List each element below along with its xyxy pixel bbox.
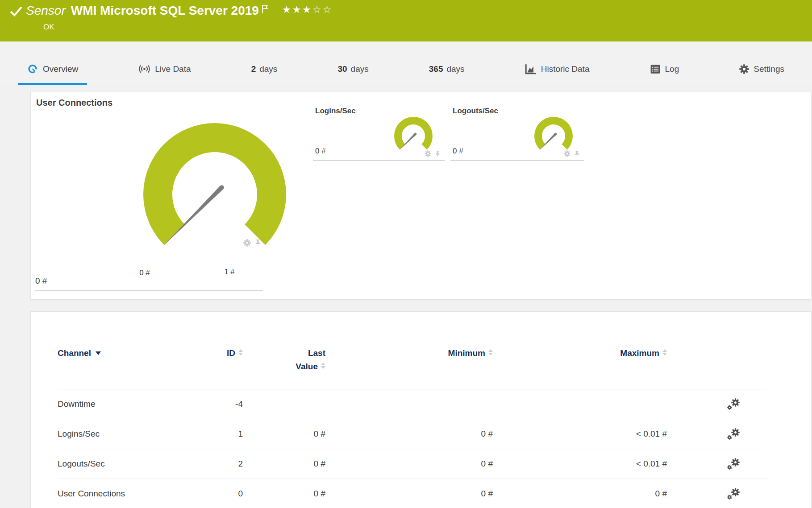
gauge-title-logins: Logins/Sec xyxy=(315,107,356,116)
channel-maximum: < 0.01 # xyxy=(493,419,667,449)
channel-last-value: 0 # xyxy=(243,449,325,479)
channel-minimum: 0 # xyxy=(325,449,493,479)
channel-last-value: 0 # xyxy=(243,479,325,508)
user-connections-gauge xyxy=(139,121,291,270)
tab-live-data[interactable]: Live Data xyxy=(129,41,200,85)
tab-overview[interactable]: Overview xyxy=(18,41,87,85)
channel-gear-icon[interactable] xyxy=(564,150,570,157)
logins-value: 0 # xyxy=(315,147,326,156)
settings-gear-icon xyxy=(739,64,749,74)
channel-gear-icon[interactable] xyxy=(425,150,431,157)
gauge-title-logouts: Logouts/Sec xyxy=(453,107,498,116)
tab-historic-data[interactable]: Historic Data xyxy=(516,41,599,85)
gauge-scale-min: 0 # xyxy=(127,268,162,277)
channel-name: Downtime xyxy=(58,389,192,419)
channel-gear-icon[interactable] xyxy=(243,239,251,247)
tab-365-days[interactable]: 365 days xyxy=(420,41,474,85)
column-header-channel[interactable]: Channel xyxy=(58,312,192,389)
tab-30-days[interactable]: 30 days xyxy=(329,41,377,85)
priority-stars[interactable]: ★★★☆☆ xyxy=(282,4,333,16)
sensor-status-header: Sensor WMI Microsoft SQL Server 2019 ★★★… xyxy=(0,0,812,41)
channel-id: 1 xyxy=(192,419,243,449)
channel-maximum: 0 # xyxy=(493,479,667,508)
ok-check-icon xyxy=(10,6,22,17)
sort-icon xyxy=(321,363,325,369)
channel-name: Logins/Sec xyxy=(58,419,192,449)
sort-icon xyxy=(662,349,667,355)
edit-channel-gears-icon[interactable] xyxy=(727,458,740,470)
channels-table-card: Channel ID Last Value Minimum Maximum Do… xyxy=(30,311,812,508)
tab-bar: Overview Live Data 2 days 30 days 365 da… xyxy=(0,41,812,85)
column-header-minimum[interactable]: Minimum xyxy=(325,312,493,389)
channel-name: User Connections xyxy=(58,479,192,508)
pin-icon[interactable] xyxy=(434,150,441,157)
tab-log[interactable]: Log xyxy=(641,41,688,85)
logouts-value: 0 # xyxy=(453,147,463,156)
channels-table: Channel ID Last Value Minimum Maximum Do… xyxy=(58,312,768,508)
gauge-scale-max: 1 # xyxy=(212,268,247,277)
channel-id: 0 xyxy=(192,479,243,508)
pin-icon[interactable] xyxy=(574,150,580,157)
column-header-id[interactable]: ID xyxy=(192,312,243,389)
gauge-icon xyxy=(27,63,38,75)
channel-last-value: 0 # xyxy=(243,419,325,449)
gauge-title-user-connections: User Connections xyxy=(36,98,112,108)
column-header-maximum[interactable]: Maximum xyxy=(493,312,667,389)
user-connections-value: 0 # xyxy=(35,276,47,286)
edit-channel-gears-icon[interactable] xyxy=(727,488,740,500)
channel-maximum xyxy=(493,389,667,419)
channel-last-value xyxy=(243,389,325,419)
tab-settings[interactable]: Settings xyxy=(730,41,793,85)
sort-desc-icon xyxy=(96,351,101,355)
channel-id: -4 xyxy=(192,389,243,419)
historic-chart-icon xyxy=(525,64,537,74)
edit-channel-gears-icon[interactable] xyxy=(727,428,740,440)
gauges-card: User Connections 0 # 1 # 0 # Logins/Sec … xyxy=(30,92,812,300)
channel-minimum: 0 # xyxy=(325,479,493,508)
channel-name: Logouts/Sec xyxy=(58,449,192,479)
channel-maximum: < 0.01 # xyxy=(493,449,667,479)
channel-id: 2 xyxy=(192,449,243,479)
channel-minimum xyxy=(325,389,493,419)
tab-2-days[interactable]: 2 days xyxy=(242,41,287,85)
log-list-icon xyxy=(650,64,661,74)
channel-minimum: 0 # xyxy=(325,419,493,449)
priority-flag-icon xyxy=(262,4,270,14)
column-header-last-value[interactable]: Last Value xyxy=(243,312,325,389)
edit-channel-gears-icon[interactable] xyxy=(727,398,740,410)
object-type-label: Sensor xyxy=(26,4,66,18)
sort-icon xyxy=(488,349,493,355)
sensor-status-text: OK xyxy=(43,23,54,32)
sort-icon xyxy=(238,349,243,355)
pin-icon[interactable] xyxy=(254,239,262,247)
live-signal-icon xyxy=(138,64,150,74)
sensor-title: WMI Microsoft SQL Server 2019 xyxy=(71,4,259,18)
column-header-actions xyxy=(667,312,767,389)
